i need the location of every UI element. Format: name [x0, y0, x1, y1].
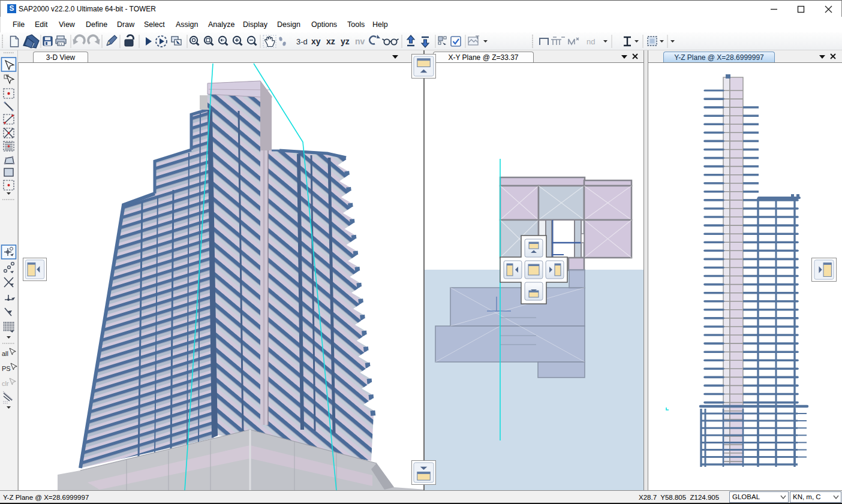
svg-text:nv: nv — [355, 37, 365, 46]
svg-text:xy: xy — [311, 37, 321, 46]
svg-text:yz: yz — [341, 37, 350, 46]
svg-text:xz: xz — [326, 37, 335, 46]
svg-text:3-d: 3-d — [296, 37, 308, 46]
svg-text:nd: nd — [587, 37, 595, 46]
svg-text:clr: clr — [2, 380, 9, 387]
svg-text:PS: PS — [2, 365, 11, 372]
svg-text:all: all — [2, 350, 8, 357]
